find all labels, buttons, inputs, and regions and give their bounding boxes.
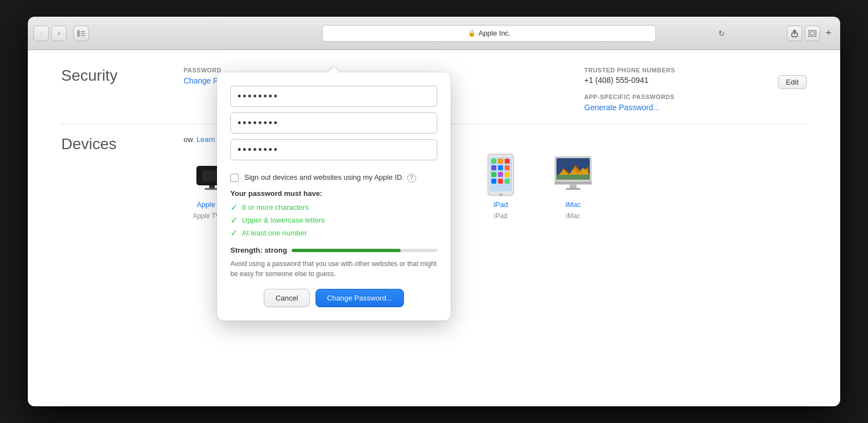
forward-button[interactable]: › (51, 26, 67, 41)
refresh-button[interactable]: ↻ (714, 26, 729, 41)
security-title: Security (61, 67, 150, 112)
trusted-phone-label: TRUSTED PHONE NUMBERS (584, 67, 807, 73)
new-password-input[interactable] (230, 112, 437, 134)
req-number: ✓ At least one number (230, 228, 437, 238)
mac-frame: ‹ › 🔒 Apple Inc. ↻ (28, 17, 840, 406)
edit-button[interactable]: Edit (778, 75, 807, 89)
device-model: iPad (494, 212, 507, 220)
svg-rect-66 (570, 185, 576, 189)
generate-password-link[interactable]: Generate Password... (584, 103, 659, 112)
svg-rect-47 (491, 165, 496, 170)
sidebar-button[interactable] (73, 26, 89, 41)
nav-buttons: ‹ › (33, 26, 67, 41)
list-item: iMac iMac (545, 153, 601, 228)
device-name[interactable]: iMac (565, 200, 580, 209)
svg-rect-44 (491, 159, 496, 164)
check-icon-1: ✓ (230, 202, 238, 213)
req-case: ✓ Upper & lowercase letters (230, 215, 437, 225)
learn-more-prefix: ow. (184, 135, 195, 144)
new-tab-button[interactable]: + (822, 26, 835, 41)
list-item: iPad iPad (473, 153, 529, 228)
strength-bar-fill (292, 249, 401, 252)
tabs-button[interactable] (805, 26, 820, 41)
sign-out-row: Sign out devices and websites using my A… (230, 173, 437, 183)
strength-bar-container (292, 249, 437, 252)
req-text-3: At least one number (242, 229, 307, 237)
change-password-button[interactable]: Change Password... (315, 289, 404, 307)
req-text-2: Upper & lowercase letters (242, 216, 325, 224)
address-bar[interactable]: 🔒 Apple Inc. (322, 25, 656, 42)
device-name[interactable]: iPad (494, 200, 508, 209)
svg-rect-50 (491, 172, 496, 177)
svg-rect-2 (81, 33, 85, 34)
avoid-text: Avoid using a password that you use with… (230, 259, 437, 279)
check-icon-3: ✓ (230, 228, 238, 238)
url-text: Apple Inc. (479, 29, 511, 37)
right-buttons: + (787, 26, 835, 41)
svg-rect-49 (505, 165, 510, 170)
svg-rect-52 (505, 172, 510, 177)
strength-label: Strength: strong (230, 246, 287, 254)
back-button[interactable]: ‹ (33, 26, 49, 41)
imac-image (554, 153, 593, 197)
requirements-title: Your password must have: (230, 189, 437, 198)
svg-rect-67 (566, 188, 580, 190)
help-icon[interactable]: ? (407, 174, 416, 183)
current-password-input[interactable] (230, 86, 437, 107)
svg-rect-0 (77, 30, 80, 37)
svg-rect-64 (556, 175, 590, 180)
req-characters: ✓ 8 or more characters (230, 202, 437, 213)
svg-rect-3 (81, 35, 85, 36)
phone-number: +1 (408) 555-0941 (584, 76, 807, 85)
svg-rect-46 (505, 159, 510, 164)
svg-rect-45 (498, 159, 503, 164)
lock-icon: 🔒 (468, 29, 476, 37)
devices-title: Devices (61, 135, 150, 228)
change-password-modal: Sign out devices and websites using my A… (217, 72, 451, 321)
req-text-1: 8 or more characters (242, 203, 309, 212)
modal-buttons: Cancel Change Password... (230, 289, 437, 307)
check-icon-2: ✓ (230, 215, 238, 225)
sign-out-checkbox[interactable] (230, 174, 239, 182)
confirm-password-input[interactable] (230, 139, 437, 160)
svg-rect-55 (505, 179, 510, 184)
app-passwords-label: APP-SPECIFIC PASSWORDS (584, 94, 807, 100)
browser-chrome: ‹ › 🔒 Apple Inc. ↻ (28, 17, 840, 50)
svg-rect-5 (808, 30, 816, 37)
page-content: Security PASSWORD Change Password... TRU… (28, 50, 840, 406)
right-section: TRUSTED PHONE NUMBERS +1 (408) 555-0941 … (584, 67, 807, 112)
strength-row: Strength: strong (230, 246, 437, 254)
sign-out-text: Sign out devices and websites using my A… (244, 173, 416, 183)
share-button[interactable] (787, 26, 802, 41)
svg-rect-54 (498, 179, 503, 184)
device-model: iMac (566, 212, 580, 220)
svg-rect-53 (491, 179, 496, 184)
ipad-image (481, 153, 520, 197)
svg-rect-1 (81, 31, 85, 32)
svg-rect-65 (555, 181, 592, 184)
svg-point-56 (499, 193, 502, 196)
svg-rect-6 (810, 32, 815, 35)
cancel-button[interactable]: Cancel (264, 289, 309, 307)
svg-rect-48 (498, 165, 503, 170)
svg-rect-51 (498, 172, 503, 177)
